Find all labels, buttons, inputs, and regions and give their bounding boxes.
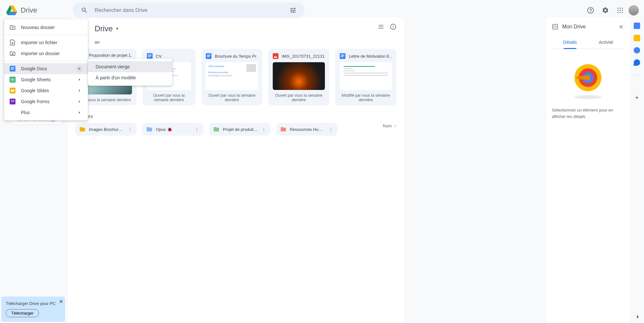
slides-icon [9,87,16,94]
menu-label: Nouveau dossier [21,25,55,30]
calendar-app-icon[interactable] [634,23,640,29]
svg-point-13 [622,8,623,9]
search-bar[interactable] [73,3,305,18]
menu-google-docs[interactable]: Google Docs [4,63,88,74]
menu-google-sheets[interactable]: Google Sheets [4,74,88,85]
menu-label: Google Forms [21,99,50,104]
svg-rect-50 [273,53,279,59]
menu-google-forms[interactable]: Google Forms [4,96,88,107]
menu-upload-folder[interactable]: Importer un dossier [4,48,88,59]
tune-icon[interactable] [287,4,299,17]
more-options-icon[interactable]: ⋮ [194,127,200,132]
details-tabs: Détails Activité [552,36,624,49]
forms-icon [9,98,16,105]
svg-marker-56 [554,25,557,28]
svg-rect-34 [12,102,14,102]
file-subtitle: Ouvert par vous la semaine dernière [147,93,191,102]
side-app-strip: + [630,19,644,102]
svg-point-18 [620,12,620,13]
file-card[interactable]: Brochure du Temps Pr… Votre entrepriseBr… [201,49,262,105]
folder-item[interactable]: Opus 🐞 ⋮ [142,123,204,136]
svg-point-15 [620,10,620,11]
tab-details[interactable]: Détails [552,36,588,49]
folder-icon [213,126,220,132]
header-icons [584,4,639,17]
tab-activity[interactable]: Activité [588,36,624,49]
svg-point-57 [574,95,601,99]
menu-separator [4,35,88,35]
folder-item[interactable]: Images Brochure 2… ⋮ [75,123,137,136]
apps-grid-icon[interactable] [614,4,627,17]
file-subtitle: Ouvert par vous la semaine dernière [206,93,258,102]
file-title: Lettre de Motivation E… [349,54,392,59]
close-icon[interactable] [618,24,624,30]
file-subtitle: Modifié par vous la semaine dernière [340,93,392,102]
new-context-menu: Nouveau dossier Importer un fichier Impo… [4,19,88,121]
search-input[interactable] [95,7,283,13]
menu-label: Google Slides [21,88,49,93]
download-button[interactable]: Télécharger [6,309,39,317]
main-toolbar [378,24,396,30]
file-card[interactable]: Lettre de Motivation E… Modifié par vous… [335,49,396,105]
docs-submenu: Document vierge À partir d'un modèle [88,59,172,86]
file-preview [340,62,392,90]
menu-separator [4,61,88,61]
menu-more[interactable]: Plus [4,107,88,118]
folder-item[interactable]: Ressources Humai… ⋮ [276,123,337,136]
info-icon[interactable] [390,24,396,30]
docs-icon [9,65,16,72]
breadcrumb-current: Drive [95,24,113,33]
tasks-app-icon[interactable] [634,47,640,54]
submenu-from-template[interactable]: À partir d'un modèle [88,72,172,83]
file-title: Proposition de projet 1… [89,53,132,57]
menu-new-folder[interactable]: Nouveau dossier [4,22,88,33]
hide-side-panel-icon[interactable] [635,314,641,320]
breadcrumb[interactable]: Drive ▼ [75,24,396,33]
folder-icon [146,126,153,132]
more-options-icon[interactable]: ⋮ [328,127,334,132]
svg-rect-47 [207,55,211,55]
menu-label: Importer un dossier [21,51,60,56]
menu-label: Importer un fichier [21,40,57,45]
sort-control[interactable]: Nom↑ [383,123,396,128]
svg-point-14 [618,10,619,11]
contacts-app-icon[interactable] [634,59,640,66]
folder-icon [280,126,287,132]
svg-rect-54 [341,57,344,57]
docs-icon [340,53,346,59]
close-icon[interactable]: ✕ [59,299,63,305]
list-view-icon[interactable] [378,24,384,30]
file-card[interactable]: IMG_20170731_221319.j… Ouvert par vous l… [268,49,329,105]
add-addons-icon[interactable]: + [635,93,639,102]
folder-item[interactable]: Projet de produit +… ⋮ [209,123,270,136]
keep-app-icon[interactable] [634,35,640,41]
svg-rect-31 [11,100,12,101]
menu-label: Google Docs [21,66,47,71]
drive-icon-boxed [552,24,558,30]
file-preview [273,62,325,90]
docs-icon [206,53,212,59]
folders-section-label: Dossiers [75,114,396,119]
details-empty-message: Sélectionnez un élément pour en afficher… [552,107,624,120]
svg-point-19 [622,12,623,13]
svg-rect-43 [148,55,152,55]
file-title: Brochure du Temps Pr… [215,54,258,59]
more-options-icon[interactable]: ⋮ [127,127,133,132]
details-title: Mon Drive [562,24,586,30]
caret-down-icon: ▼ [115,26,119,31]
strip-separator [634,75,640,81]
menu-google-slides[interactable]: Google Slides [4,85,88,96]
svg-rect-29 [11,90,14,92]
new-folder-icon [9,24,16,31]
account-avatar[interactable] [629,5,639,15]
suggested-label-fragment: on [95,40,396,45]
submenu-blank-document[interactable]: Document vierge [88,61,172,72]
menu-upload-file[interactable]: Importer un fichier [4,37,88,48]
search-icon[interactable] [78,4,91,17]
chevron-right-icon [76,65,83,72]
settings-icon[interactable] [599,4,612,17]
folder-name: Opus 🐞 [156,127,191,132]
drive-logo-icon [5,4,18,17]
help-icon[interactable] [584,4,597,17]
more-options-icon[interactable]: ⋮ [261,127,267,132]
